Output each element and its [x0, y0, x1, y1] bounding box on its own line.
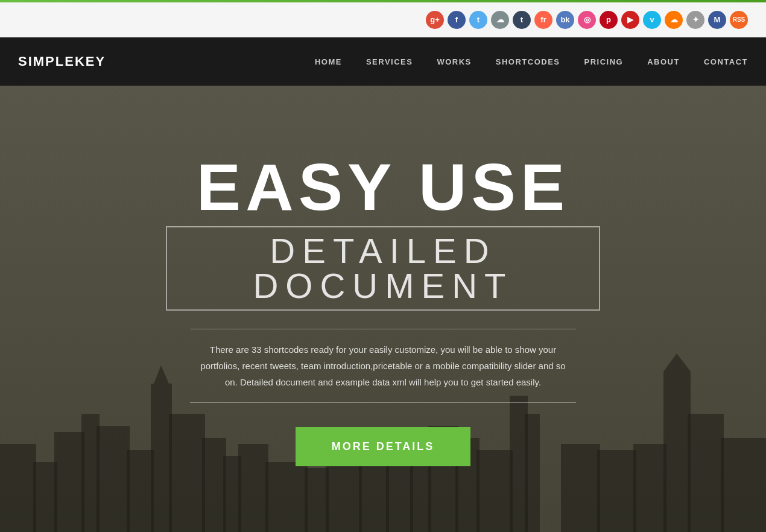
social-bar: g+ f t ☁ t fr bk ◎ p ▶ v ☁ ✦ M RSS [0, 2, 766, 37]
hero-content: EASY USE DETAILED DOCUMENT There are 33 … [142, 154, 624, 466]
youtube-icon[interactable]: ▶ [621, 11, 639, 29]
facebook-icon[interactable]: f [448, 11, 466, 29]
nav-shortcodes[interactable]: SHORTCODES [496, 57, 560, 66]
bk-icon[interactable]: bk [556, 11, 574, 29]
pinterest-icon[interactable]: p [600, 11, 618, 29]
hero-divider-bottom [190, 402, 576, 403]
soundcloud-icon[interactable]: ☁ [665, 11, 683, 29]
google-plus-icon[interactable]: g+ [426, 11, 444, 29]
logo-key: KEY [75, 54, 106, 69]
hero-title-main: EASY USE [166, 154, 600, 220]
cloud-icon[interactable]: ☁ [491, 11, 509, 29]
hero-description: There are 33 shortcodes ready for your e… [196, 341, 570, 390]
fr-icon[interactable]: fr [534, 11, 552, 29]
vimeo-icon[interactable]: v [643, 11, 661, 29]
tumblr-icon[interactable]: t [513, 11, 531, 29]
navbar: SIMPLEKEY HOME SERVICES WORKS SHORTCODES… [0, 37, 766, 86]
nav-links: HOME SERVICES WORKS SHORTCODES PRICING A… [315, 56, 748, 67]
dribbble-icon[interactable]: ◎ [578, 11, 596, 29]
nav-pricing[interactable]: PRICING [584, 57, 624, 66]
nav-contact[interactable]: CONTACT [704, 57, 748, 66]
apple-icon[interactable]: ✦ [686, 11, 704, 29]
twitter-icon[interactable]: t [469, 11, 487, 29]
nav-home[interactable]: HOME [315, 57, 342, 66]
myspace-icon[interactable]: M [708, 11, 726, 29]
hero-section: EASY USE DETAILED DOCUMENT There are 33 … [0, 86, 766, 532]
hero-title-sub: DETAILED DOCUMENT [166, 226, 600, 311]
hero-divider-top [190, 329, 576, 329]
rss-icon[interactable]: RSS [730, 11, 748, 29]
logo: SIMPLEKEY [18, 54, 106, 69]
logo-simple: SIMPLE [18, 54, 75, 69]
nav-works[interactable]: WORKS [437, 57, 471, 66]
nav-services[interactable]: SERVICES [366, 57, 413, 66]
nav-about[interactable]: ABOUT [647, 57, 680, 66]
more-details-button[interactable]: MORE DETAILS [296, 427, 471, 466]
